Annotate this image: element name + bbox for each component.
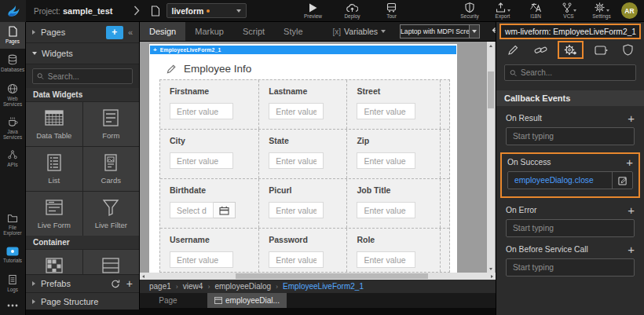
- user-avatar[interactable]: AR: [621, 2, 638, 19]
- breadcrumb-employeedialog[interactable]: employeeDialog: [214, 282, 271, 291]
- add-event-button[interactable]: +: [628, 245, 635, 254]
- ellipsis-icon: [7, 304, 18, 307]
- preview-button[interactable]: Preview: [300, 2, 327, 19]
- rail-item-apis[interactable]: APIs: [0, 145, 25, 173]
- widget-tile-form[interactable]: Form: [83, 102, 140, 146]
- add-page-button[interactable]: +: [106, 26, 123, 39]
- tab-employee-dialog[interactable]: employeeDial...: [207, 293, 287, 308]
- field-label: Username: [170, 235, 249, 244]
- date-input[interactable]: [170, 202, 214, 218]
- security-tab-button[interactable]: [618, 42, 638, 58]
- scroll-up-arrow[interactable]: [487, 42, 495, 49]
- canvas-vertical-scrollbar[interactable]: [487, 42, 495, 273]
- add-event-button[interactable]: +: [628, 206, 635, 214]
- live-form-widget[interactable]: Firstname Lastname Street City: [159, 79, 450, 273]
- device-select[interactable]: Laptop with MDPI Screen: [400, 24, 480, 38]
- i18n-button[interactable]: I18N: [522, 2, 549, 19]
- vcs-button[interactable]: VCS: [555, 2, 582, 19]
- tab-style[interactable]: Style: [274, 22, 312, 41]
- variables-button[interactable]: [x] Variables: [333, 27, 386, 36]
- selected-widget-bar[interactable]: + EmployeeLiveForm2_1: [150, 46, 456, 54]
- scroll-right-arrow[interactable]: [488, 273, 496, 280]
- event-input[interactable]: Start typing: [506, 127, 635, 145]
- page-structure-label: Page Structure: [41, 297, 98, 306]
- cards-icon: [101, 153, 121, 172]
- tab-page[interactable]: Page: [140, 296, 196, 305]
- page-selector-dropdown[interactable]: liveform: [166, 3, 247, 18]
- widget-tile-list[interactable]: List: [26, 147, 82, 191]
- tab-script[interactable]: Script: [233, 22, 274, 41]
- properties-tab-button[interactable]: [503, 42, 524, 58]
- deploy-button[interactable]: Deploy: [339, 2, 366, 19]
- field-input[interactable]: [357, 202, 415, 218]
- scrollbar-thumb[interactable]: [488, 71, 494, 108]
- add-event-button[interactable]: +: [626, 158, 633, 167]
- tour-button[interactable]: Tour: [379, 2, 405, 19]
- widget-tile-grid-layout[interactable]: [26, 250, 82, 274]
- rail-item-databases[interactable]: Databases: [0, 49, 25, 79]
- event-input[interactable]: employeeDialog.close: [507, 171, 633, 189]
- data-widgets-grid: Data Table Form List Cards Live Form Liv…: [26, 102, 139, 236]
- scroll-down-arrow[interactable]: [487, 265, 495, 273]
- add-prefab-button[interactable]: +: [126, 277, 133, 290]
- export-button[interactable]: Export: [489, 2, 516, 19]
- breadcrumb-view4[interactable]: view4: [183, 282, 203, 291]
- widgets-section-header[interactable]: Widgets: [26, 43, 139, 64]
- rail-item-web-services[interactable]: Web Services: [0, 79, 25, 112]
- property-search-input[interactable]: [521, 68, 631, 77]
- widget-tile-cards[interactable]: Cards: [83, 147, 140, 191]
- field-input[interactable]: [170, 103, 233, 119]
- settings-button[interactable]: Settings: [588, 2, 615, 19]
- events-tab-button[interactable]: [558, 41, 584, 59]
- field-input[interactable]: [357, 152, 415, 169]
- field-input[interactable]: [170, 152, 233, 169]
- add-event-button[interactable]: +: [628, 114, 635, 123]
- calendar-button[interactable]: [214, 202, 236, 218]
- collapsed-caret-icon: [32, 281, 35, 286]
- widget-tile-panel[interactable]: [83, 250, 140, 274]
- field-input[interactable]: [269, 152, 324, 169]
- widget-tile-live-form[interactable]: Live Form: [26, 192, 82, 236]
- field-input[interactable]: [170, 251, 233, 268]
- canvas-horizontal-scrollbar[interactable]: [140, 273, 496, 280]
- device-tab-button[interactable]: [590, 43, 613, 57]
- field-input[interactable]: [269, 202, 324, 218]
- pages-section-header[interactable]: Pages + «: [26, 22, 139, 43]
- event-input[interactable]: Start typing: [506, 258, 635, 277]
- widget-tile-data-table[interactable]: Data Table: [26, 102, 82, 146]
- rail-item-file-explorer[interactable]: File Explorer: [0, 208, 25, 241]
- breadcrumb-employeeliveform[interactable]: EmployeeLiveForm2_1: [283, 282, 364, 291]
- property-search-box[interactable]: [504, 64, 636, 81]
- styles-tab-button[interactable]: [529, 42, 552, 58]
- security-button[interactable]: Security: [456, 2, 483, 19]
- field-input[interactable]: [269, 103, 324, 119]
- field-input[interactable]: [357, 103, 415, 119]
- pencil-icon[interactable]: [166, 64, 177, 74]
- rail-item-tutorials[interactable]: Tutorials: [0, 241, 25, 269]
- tab-markup[interactable]: Markup: [185, 22, 233, 41]
- event-placeholder: Start typing: [513, 132, 554, 141]
- tab-design[interactable]: Design: [140, 22, 185, 41]
- widget-search-input[interactable]: [48, 72, 128, 81]
- rail-item-pages[interactable]: Pages: [0, 22, 25, 49]
- edit-event-button[interactable]: [612, 172, 632, 189]
- plus-icon: +: [153, 46, 157, 53]
- field-input[interactable]: [269, 251, 324, 268]
- rail-more-button[interactable]: [0, 298, 25, 315]
- widget-search-box[interactable]: [32, 68, 133, 84]
- container-header: Container: [26, 236, 139, 250]
- widget-tile-live-filter[interactable]: Live Filter: [83, 192, 140, 236]
- breadcrumb-page1[interactable]: page1: [149, 282, 171, 291]
- scroll-left-arrow[interactable]: [140, 273, 147, 280]
- refresh-icon[interactable]: [111, 279, 120, 288]
- field-input[interactable]: [357, 251, 415, 268]
- wavemaker-logo[interactable]: [0, 0, 26, 22]
- prefabs-section-header[interactable]: Prefabs +: [26, 274, 139, 292]
- form-empty-cell: [441, 130, 449, 178]
- event-input[interactable]: Start typing: [506, 219, 635, 237]
- page-structure-section-header[interactable]: Page Structure: [26, 292, 139, 310]
- scrollbar-thumb[interactable]: [236, 273, 428, 279]
- rail-item-java-services[interactable]: Java Services: [0, 112, 25, 145]
- collapse-panel-button[interactable]: «: [128, 27, 133, 37]
- rail-item-logs[interactable]: Logs: [0, 269, 25, 298]
